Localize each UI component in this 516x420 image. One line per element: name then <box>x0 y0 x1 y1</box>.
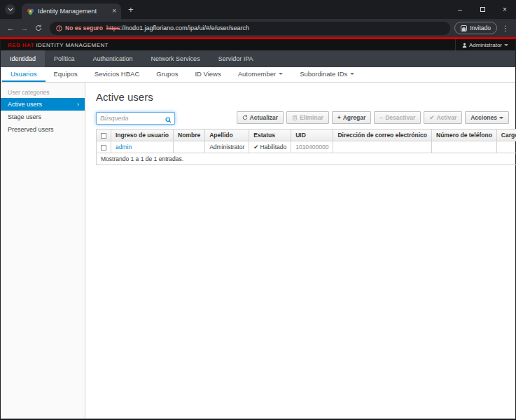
tab-automember-label: Automember <box>238 70 276 78</box>
nav-authentication[interactable]: Authentication <box>84 50 142 67</box>
status-label: Habilitado <box>260 144 286 150</box>
trash-icon <box>292 115 298 120</box>
column-header-nombre: Nombre <box>174 130 205 141</box>
table-row: admin Administrator ✔Habilitado 10104000… <box>97 141 516 153</box>
browser-window: Identity Management × + – × ← → No es se… <box>0 0 516 420</box>
url-text: https://nodo1.jagfloriano.com/ipa/ui/#/e… <box>106 24 249 31</box>
cell-nombre <box>174 141 205 153</box>
refresh-icon <box>242 115 248 120</box>
tab-close-icon[interactable]: × <box>112 8 116 15</box>
guest-avatar-icon <box>461 25 467 31</box>
cell-estatus: ✔Habilitado <box>249 141 291 153</box>
tab-id-views[interactable]: ID Views <box>186 67 229 82</box>
refresh-button-label: Actualizar <box>250 114 279 121</box>
user-menu-label: Administrator <box>469 42 502 48</box>
tab-grupos[interactable]: Grupos <box>148 67 186 82</box>
cell-correo <box>333 141 432 153</box>
forward-icon[interactable]: → <box>18 24 32 32</box>
minus-icon: − <box>379 114 383 121</box>
window-maximize-button[interactable] <box>471 0 494 19</box>
reload-icon[interactable] <box>32 24 46 31</box>
actions-button-label: Acciones <box>470 114 497 121</box>
address-bar[interactable]: No es seguro https://nodo1.jagfloriano.c… <box>50 22 450 35</box>
enable-button-label: Activar <box>436 114 456 121</box>
nav-network-services[interactable]: Network Services <box>142 50 209 67</box>
tab-automember[interactable]: Automember <box>230 67 291 82</box>
user-menu[interactable]: Administrator <box>455 39 515 50</box>
delete-button[interactable]: Eliminar <box>286 111 329 124</box>
tab-subordinate-ids[interactable]: Subordinate IDs <box>291 67 363 82</box>
browser-toolbar: ← → No es seguro https://nodo1.jagfloria… <box>0 19 516 37</box>
disable-button[interactable]: − Desactivar <box>374 111 421 124</box>
chevron-down-icon <box>499 117 503 119</box>
column-header-uid: UID <box>291 130 333 141</box>
refresh-button[interactable]: Actualizar <box>237 111 284 124</box>
tab-search-button[interactable] <box>5 4 15 15</box>
check-icon: ✔ <box>253 144 258 150</box>
not-secure-badge[interactable]: No es seguro <box>56 24 103 31</box>
add-button[interactable]: + Agregar <box>332 111 372 124</box>
sidebar-item-active-users[interactable]: Active users › <box>1 98 85 111</box>
column-header-apellido: Apellido <box>205 130 249 141</box>
sidebar-item-stage-users[interactable]: Stage users <box>1 111 85 123</box>
back-icon[interactable]: ← <box>4 24 18 32</box>
search-icon[interactable] <box>165 113 172 126</box>
ipa-favicon <box>27 8 34 15</box>
browser-tab[interactable]: Identity Management × <box>22 4 121 19</box>
cell-telefono <box>432 141 497 153</box>
nav-politica[interactable]: Política <box>45 50 84 67</box>
secondary-nav: Usuarios Equipos Sevicios HBAC Grupos ID… <box>1 67 515 83</box>
tab-sevicios-hbac[interactable]: Sevicios HBAC <box>86 67 148 82</box>
brand-logo: RED HAT IDENTITY MANAGEMENT <box>8 42 109 48</box>
uid-value: 1010400000 <box>295 144 328 150</box>
row-checkbox[interactable] <box>101 145 106 150</box>
select-all-header <box>97 130 111 141</box>
tab-usuarios[interactable]: Usuarios <box>2 67 46 82</box>
window-minimize-button[interactable]: – <box>449 0 471 19</box>
search-input[interactable] <box>96 112 175 125</box>
table-header-row: Ingreso de usuario Nombre Apellido Estat… <box>97 130 516 141</box>
brand-redhat: RED HAT <box>8 42 34 48</box>
tab-title: Identity Management <box>38 8 109 15</box>
page-title: Active users <box>96 91 509 103</box>
profile-label: Invitado <box>470 24 491 31</box>
nav-identidad[interactable]: Identidad <box>1 50 45 67</box>
tab-strip: Identity Management × + – × <box>0 0 516 19</box>
user-link[interactable]: admin <box>116 144 132 150</box>
users-table: Ingreso de usuario Nombre Apellido Estat… <box>96 129 516 165</box>
select-all-checkbox[interactable] <box>101 133 106 139</box>
chevron-down-icon <box>350 73 354 75</box>
warning-icon <box>56 25 62 31</box>
actions-button[interactable]: Acciones <box>465 111 509 124</box>
enable-button[interactable]: ✔ Activar <box>424 111 462 124</box>
maximize-icon <box>480 7 485 12</box>
chevron-down-icon <box>279 73 283 75</box>
table-summary: Mostrando 1 a 1 de 1 entradas. <box>97 153 516 165</box>
disable-button-label: Desactivar <box>385 114 415 121</box>
column-header-estatus: Estatus <box>249 130 291 141</box>
cell-uid: 1010400000 <box>291 141 333 153</box>
column-header-telefono: Número de teléfono <box>432 130 497 141</box>
brand-product: IDENTITY MANAGEMENT <box>36 42 108 48</box>
nav-servidor-ipa[interactable]: Servidor IPA <box>209 50 263 67</box>
window-close-button[interactable]: × <box>494 0 516 19</box>
sidebar-item-preserved-users[interactable]: Preserved users <box>1 123 85 136</box>
profile-chip[interactable]: Invitado <box>454 22 497 34</box>
browser-menu-icon[interactable]: ⋮ <box>502 24 509 32</box>
sidebar-item-label: Active users <box>8 101 42 108</box>
sidebar-item-label: Preserved users <box>8 126 54 133</box>
tab-subordinate-ids-label: Subordinate IDs <box>300 70 347 78</box>
row-select-cell <box>97 141 111 153</box>
not-secure-label: No es seguro <box>65 24 103 31</box>
controls-row: Actualizar Eliminar + Agregar − Desac <box>96 111 509 125</box>
ipa-page: RED HAT IDENTITY MANAGEMENT Administrato… <box>1 39 515 419</box>
check-icon: ✔ <box>429 114 434 121</box>
chevron-down-icon <box>8 8 13 11</box>
new-tab-button[interactable]: + <box>128 4 134 15</box>
tab-equipos[interactable]: Equipos <box>46 67 86 82</box>
column-header-login: Ingreso de usuario <box>111 130 174 141</box>
cell-login: admin <box>111 141 174 153</box>
column-header-correo: Dirección de correo electrónico <box>333 130 432 141</box>
plus-icon: + <box>337 114 341 121</box>
chevron-down-icon <box>504 44 508 46</box>
